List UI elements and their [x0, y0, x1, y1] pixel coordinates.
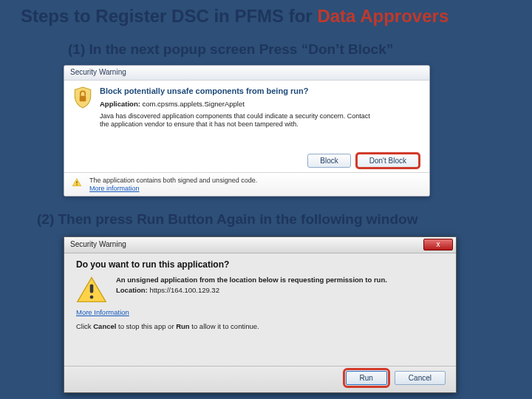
dialog2-row: An unsigned application from the locatio…	[76, 276, 444, 308]
dialog1-warning-text: The application contains both signed and…	[89, 177, 257, 184]
dialog2-body: Do you want to run this application? An …	[64, 253, 456, 367]
dialog1-app-label: Application:	[100, 100, 140, 108]
cancel-button[interactable]: Cancel	[395, 371, 446, 385]
dialog2-lead-text: An unsigned application from the locatio…	[116, 276, 397, 284]
cl-b: Cancel	[93, 322, 116, 330]
svg-point-4	[90, 296, 94, 299]
svg-rect-0	[80, 96, 86, 102]
dialog1-buttons: Block Don't Block	[307, 154, 419, 168]
dialog1-app-value: com.cpsms.applets.SignerApplet	[143, 100, 245, 108]
dialog1-question: Block potentially unsafe components from…	[100, 86, 419, 95]
cl-a: Click	[76, 322, 93, 330]
dialog1-warning-bar: The application contains both signed and…	[64, 172, 429, 196]
cl-d: Run	[176, 322, 189, 330]
title-text-a: Steps to Register DSC in PFMS for	[21, 6, 317, 26]
shield-lock-icon	[73, 86, 92, 109]
block-button[interactable]: Block	[307, 154, 350, 168]
cl-c: to stop this app or	[116, 322, 176, 330]
dont-block-button[interactable]: Don't Block	[357, 154, 419, 168]
step-2-text: (2) Then press Run Button Again in the f…	[37, 211, 510, 228]
title-text-b: Data Approvers	[317, 6, 449, 26]
dialog2-location: Location: https://164.100.129.32	[116, 286, 444, 294]
svg-rect-1	[76, 181, 77, 183]
close-button[interactable]: x	[423, 239, 453, 250]
slide-title: Steps to Register DSC in PFMS for Data A…	[21, 6, 511, 27]
slide: Steps to Register DSC in PFMS for Data A…	[0, 0, 532, 399]
dialog1-description: Java has discovered application componen…	[100, 112, 381, 129]
cl-e: to allow it to continue.	[190, 322, 259, 330]
dialog2-titlebar: Security Warning x	[64, 237, 456, 253]
dialog2-cancel-line: Click Cancel to stop this app or Run to …	[76, 322, 444, 330]
step-1-text: (1) In the next popup screen Press “Don’…	[68, 41, 482, 58]
dialog2-title: Security Warning	[70, 240, 126, 248]
svg-rect-2	[76, 184, 77, 185]
more-information-link[interactable]: More information	[89, 185, 422, 192]
dialog2-location-value: https://164.100.129.32	[149, 286, 219, 294]
security-warning-dialog-1: Security Warning Block potentially unsaf…	[64, 65, 430, 197]
run-button[interactable]: Run	[346, 371, 387, 385]
dialog1-app-line: Application: com.cpsms.applets.SignerApp…	[100, 100, 419, 108]
dialog2-buttons: Run Cancel	[346, 371, 446, 385]
dialog1-body: Block potentially unsafe components from…	[64, 81, 429, 172]
dialog2-button-bar: Run Cancel	[64, 366, 456, 392]
warning-triangle-large-icon	[76, 276, 107, 304]
security-warning-dialog-2: Security Warning x Do you want to run th…	[64, 236, 457, 393]
warning-triangle-icon	[72, 177, 82, 188]
svg-rect-3	[90, 284, 94, 293]
dialog1-titlebar: Security Warning	[64, 66, 429, 81]
dialog2-question: Do you want to run this application?	[76, 259, 444, 270]
dialog2-location-label: Location:	[116, 286, 148, 294]
more-information-link-2[interactable]: More Information	[76, 308, 129, 316]
